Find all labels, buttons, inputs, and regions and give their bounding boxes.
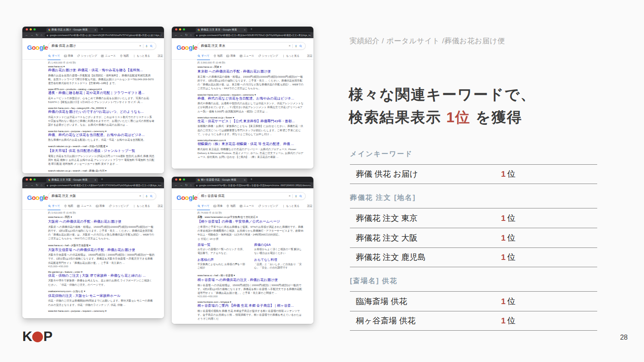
close-window-icon[interactable]: [175, 28, 177, 30]
google-logo[interactable]: Google: [176, 194, 197, 201]
result-title-link[interactable]: 供花供物の注文 - 大阪セレモニー家族葬ホール: [48, 294, 155, 298]
result-url-breadcrumb[interactable]: osakaceremony.com › お知らせ ▾: [48, 290, 155, 293]
search-icon[interactable]: [150, 195, 153, 198]
tab-maps[interactable]: 地図: [64, 204, 73, 208]
tab-images[interactable]: 画像: [213, 204, 222, 208]
result-title-link[interactable]: 桐ヶ谷斎場 への葬儀供花の注文 - 葬儀お花お届け便: [197, 278, 304, 282]
reload-icon[interactable]: ↻: [185, 184, 188, 187]
minimize-window-icon[interactable]: [30, 28, 32, 30]
result-title-link[interactable]: 生花・供花サービス｜【公式 東京葬祭】葬儀専門43年・首都...: [197, 119, 304, 124]
home-icon[interactable]: ⌂: [190, 33, 192, 37]
forward-icon[interactable]: →: [30, 184, 34, 187]
close-tab-icon[interactable]: ×: [244, 28, 246, 31]
result-title-link[interactable]: 葬儀、葬式の花など供花を当日配達。お悔やみの花はビジネ...: [48, 133, 155, 137]
forward-icon[interactable]: →: [30, 33, 34, 37]
result-url-breadcrumb[interactable]: life-garden.jp › feature › order ▾: [48, 271, 155, 273]
home-icon[interactable]: ⌂: [190, 184, 192, 187]
nearby-locations[interactable]: 付近に 14 か所: [197, 237, 304, 241]
result-url-breadcrumb[interactable]: www.i879.com › products › catalog › cate…: [48, 88, 155, 90]
forward-icon[interactable]: →: [180, 33, 183, 37]
tab-all[interactable]: すべて: [197, 54, 210, 58]
search-input[interactable]: 葬儀 供花 お届け: [52, 44, 137, 48]
clear-icon[interactable]: ×: [139, 194, 141, 198]
clear-icon[interactable]: ×: [139, 44, 141, 48]
result-url-breadcrumb[interactable]: www.hana.vc › 関東 ▾: [197, 65, 304, 69]
back-icon[interactable]: ←: [174, 33, 178, 37]
tab-images[interactable]: 画像: [64, 54, 73, 58]
tab-more[interactable]: もっと見る: [133, 204, 150, 208]
tab-settings[interactable]: 設定: [158, 204, 163, 208]
tab-settings[interactable]: 設定: [307, 204, 312, 208]
browser-tab[interactable]: 葬儀 供花 お届け - Google 検索 ×: [46, 27, 98, 32]
minimize-window-icon[interactable]: [30, 178, 32, 181]
back-icon[interactable]: ←: [25, 184, 28, 187]
close-window-icon[interactable]: [175, 178, 177, 181]
new-tab-button[interactable]: +: [250, 27, 252, 31]
forward-icon[interactable]: →: [180, 184, 183, 187]
minimize-window-icon[interactable]: [179, 28, 181, 30]
clear-icon[interactable]: ×: [289, 44, 291, 48]
reload-icon[interactable]: ↻: [36, 33, 38, 37]
clear-icon[interactable]: ×: [289, 194, 291, 198]
tab-news[interactable]: ニュース: [240, 204, 254, 208]
address-bar[interactable]: google.com/search?q=桐ヶ谷斎場+供花&oq=桐ヶ谷斎場+供花…: [194, 183, 311, 187]
tab-settings[interactable]: 設定: [307, 54, 312, 58]
search-box[interactable]: 葬儀 供花 お届け ×: [48, 42, 156, 50]
new-tab-button[interactable]: +: [250, 178, 252, 181]
mic-icon[interactable]: [145, 45, 148, 48]
result-url-breadcrumb[interactable]: www.biz-hana.com › purpose › requiem › c…: [48, 130, 155, 133]
close-window-icon[interactable]: [26, 28, 28, 30]
result-url-breadcrumb[interactable]: www.hana.vc › 関西 ▾: [48, 215, 155, 219]
search-box[interactable]: 葬儀花 注文 東京 ×: [197, 42, 306, 50]
result-title-link[interactable]: 大阪府 への葬儀供花の手配 - 葬儀お花お届け便: [48, 220, 155, 224]
close-window-icon[interactable]: [26, 178, 28, 181]
result-title-link[interactable]: 葬儀の供花を届けたいのですが?お花はいつ、どのようなも...: [48, 110, 155, 114]
tab-maps[interactable]: 地図: [226, 204, 235, 208]
browser-tab[interactable]: 葬儀花 注文 東京 - Google 検索 ×: [196, 27, 247, 32]
browser-tab[interactable]: 桐ヶ谷斎場 供花 - Google 検索 ×: [196, 178, 247, 182]
zoom-window-icon[interactable]: [33, 28, 36, 30]
ad-url-breadcrumb[interactable]: 広告 · www.heiansaiten.co.jp/平安祭典/全て自社対応 ▾: [197, 215, 304, 219]
result-url-breadcrumb[interactable]: www.tokyohanaten.com ▾: [197, 139, 304, 142]
back-icon[interactable]: ←: [174, 184, 178, 187]
tab-news[interactable]: ニュース: [77, 204, 91, 208]
search-box[interactable]: 桐ヶ谷斎場 供花 ×: [197, 192, 306, 200]
tab-all[interactable]: すべて: [48, 204, 60, 208]
tab-news[interactable]: ニュース: [101, 54, 115, 58]
home-icon[interactable]: ⌂: [40, 33, 43, 37]
tab-news[interactable]: ニュース: [240, 54, 254, 58]
result-title-link[interactable]: 葬儀、葬式の花など供花を当日配達。お悔やみの花はビジネ...: [197, 97, 304, 101]
search-box[interactable]: 葬儀花 注文 大阪 ×: [48, 192, 156, 200]
tab-images[interactable]: 画像: [96, 204, 105, 208]
new-tab-button[interactable]: +: [101, 27, 103, 31]
search-icon[interactable]: [150, 45, 153, 48]
google-logo[interactable]: Google: [176, 44, 197, 51]
new-tab-button[interactable]: +: [101, 178, 103, 181]
mic-icon[interactable]: [295, 45, 298, 48]
search-input[interactable]: 葬儀花 注文 東京: [201, 44, 287, 48]
result-title-link[interactable]: 葬儀お花お届け便: 葬儀花・供花・悔やみ花を贈る【送料無...: [48, 68, 155, 72]
result-url-breadcrumb[interactable]: www.biz-hana.com › faq › category04 › fi…: [48, 107, 155, 109]
address-bar[interactable]: google.com/search?q=葬儀花+注文+大阪&ei=7yUBYJT…: [45, 183, 161, 187]
result-url-breadcrumb[interactable]: www.tokyo-sousai.co.jp › flower ▾: [197, 116, 304, 119]
ad-title-link[interactable]: 【桐ケ谷斎場】の葬儀 - 平安祭典／公式ホームページ: [197, 220, 304, 224]
tab-maps[interactable]: 地図: [120, 54, 129, 58]
reload-icon[interactable]: ↻: [185, 33, 188, 37]
tab-images[interactable]: 画像: [226, 54, 235, 58]
mic-icon[interactable]: [295, 195, 298, 198]
sitelink-title[interactable]: おもてなし料理: [254, 258, 304, 262]
google-logo[interactable]: Google: [27, 44, 48, 51]
close-tab-icon[interactable]: ×: [94, 178, 96, 181]
minimize-window-icon[interactable]: [179, 178, 181, 181]
sitelink-title[interactable]: 斎場一覧: [197, 243, 247, 247]
result-title-link[interactable]: 桐ヶ谷斎場のご案内 【葬儀 生花 本郷 金子商店】｜桐ヶ谷斎...: [197, 304, 304, 308]
tab-all[interactable]: すべて: [48, 54, 60, 58]
result-url-breadcrumb[interactable]: www.biz-hana.com › purpose › requiem › c…: [48, 310, 155, 312]
result-title-link[interactable]: 東京都 への葬儀供花の手配 - 葬儀お花お届け便: [197, 69, 304, 74]
address-bar[interactable]: google.com/search?q=葬儀花+注文+東京&ei=SDUBYP2…: [194, 33, 311, 37]
result-url-breadcrumb[interactable]: www.hana.vc ▾: [48, 65, 155, 68]
result-title-link[interactable]: 通夜・葬儀に贈る献花｜花や花束の宅配｜フラワーギフト通...: [48, 91, 155, 95]
home-icon[interactable]: ⌂: [40, 184, 43, 187]
sitelink-title[interactable]: お客様の声: [197, 258, 247, 262]
sitelink-title[interactable]: 葬儀のQ&A: [254, 243, 304, 247]
